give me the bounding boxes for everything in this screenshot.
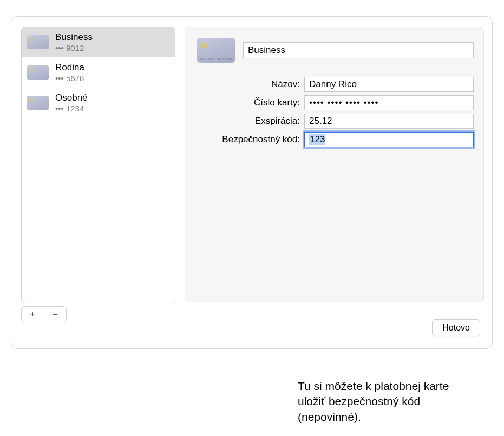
sidebar-item-title: Rodina <box>55 62 84 73</box>
cardholder-name-input[interactable] <box>304 77 474 92</box>
sidebar-item-title: Business <box>55 32 93 43</box>
autofill-cards-window: Business ••• 9012 Rodina ••• 5678 Osobné… <box>11 16 493 349</box>
add-card-button[interactable]: + <box>22 307 44 322</box>
callout-line <box>298 184 298 373</box>
credit-card-icon <box>27 35 49 49</box>
done-button-label: Hotovo <box>442 323 470 333</box>
form-row-cvv: Bezpečnostný kód: 123 <box>197 132 474 147</box>
sidebar-item-rodina[interactable]: Rodina ••• 5678 <box>22 57 175 88</box>
sidebar-item-text: Business ••• 9012 <box>55 32 93 52</box>
sidebar-item-text: Rodina ••• 5678 <box>55 62 84 83</box>
form-row-expiry: Exspirácia: <box>197 114 474 129</box>
done-button[interactable]: Hotovo <box>432 319 480 336</box>
sidebar-item-sub: ••• 1234 <box>55 104 88 113</box>
security-code-input[interactable]: 123 <box>304 132 474 147</box>
sidebar-item-business[interactable]: Business ••• 9012 <box>22 27 175 57</box>
security-code-value: 123 <box>309 134 325 145</box>
credit-card-large-icon: 0000 0000 0000 1234 <box>197 38 235 63</box>
card-form: Názov: Číslo karty: Exspirácia: Bezpečno… <box>197 77 474 147</box>
remove-card-button[interactable]: − <box>44 307 67 322</box>
label-expiry: Exspirácia: <box>197 116 304 127</box>
credit-card-icon <box>27 65 49 80</box>
label-number: Číslo karty: <box>197 97 304 108</box>
plus-icon: + <box>30 309 36 320</box>
card-description-input[interactable] <box>243 42 474 58</box>
label-name: Názov: <box>197 79 304 90</box>
sidebar-item-sub: ••• 5678 <box>55 74 84 83</box>
card-expiry-input[interactable] <box>304 114 474 129</box>
callout-text: Tu si môžete k platobnej karte uložiť be… <box>298 379 466 425</box>
sidebar-item-text: Osobné ••• 1234 <box>55 93 88 113</box>
detail-header: 0000 0000 0000 1234 <box>197 38 474 63</box>
credit-card-icon <box>27 96 49 110</box>
add-remove-control: + − <box>21 306 67 322</box>
minus-icon: − <box>52 309 58 320</box>
form-row-number: Číslo karty: <box>197 95 474 110</box>
cards-sidebar: Business ••• 9012 Rodina ••• 5678 Osobné… <box>21 27 175 303</box>
form-row-name: Názov: <box>197 77 474 92</box>
card-detail-pane: 0000 0000 0000 1234 Názov: Číslo karty: … <box>185 27 484 302</box>
card-number-input[interactable] <box>304 95 474 110</box>
sidebar-item-osobne[interactable]: Osobné ••• 1234 <box>22 88 175 118</box>
sidebar-item-title: Osobné <box>55 93 88 103</box>
label-cvv: Bezpečnostný kód: <box>197 134 304 145</box>
sidebar-item-sub: ••• 9012 <box>55 43 93 52</box>
